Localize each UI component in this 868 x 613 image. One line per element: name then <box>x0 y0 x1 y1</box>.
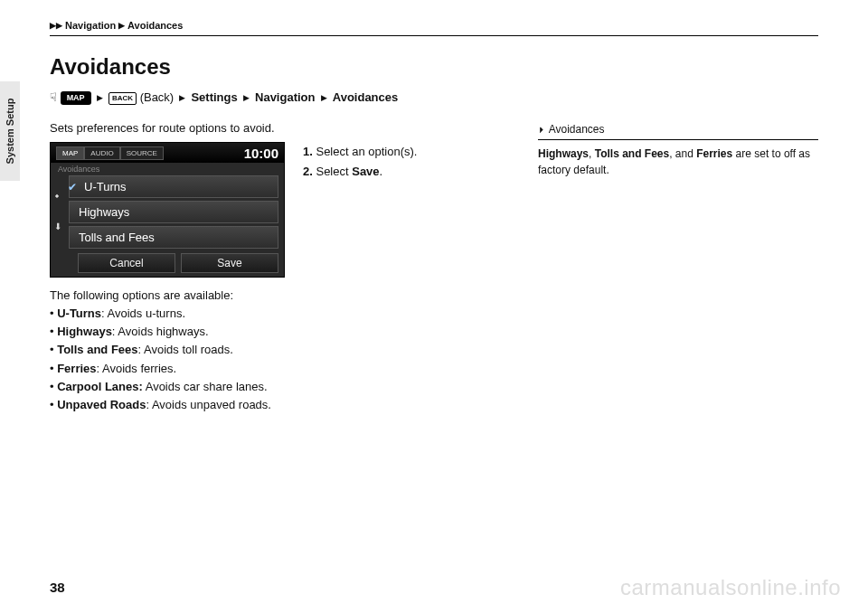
option-name: Carpool Lanes: <box>57 380 143 393</box>
path-avoidances: Avoidances <box>333 90 399 104</box>
path-settings: Settings <box>191 90 237 104</box>
save-button: Save <box>181 253 278 273</box>
side-chapter-label: System Setup <box>5 99 15 165</box>
sidebar-note-heading: ⏵ Avoidances <box>538 121 818 140</box>
cancel-button: Cancel <box>78 253 175 273</box>
option-desc: U-Turns: Avoids u-turns. <box>50 305 502 323</box>
check-icon: ✔ <box>66 181 79 193</box>
option-name: Highways <box>57 325 112 338</box>
step-text-c: . <box>380 165 383 178</box>
note-arrow-icon: ⏵ <box>538 125 546 134</box>
option-name: U-Turns <box>57 306 101 320</box>
step-text-a: Select <box>316 165 352 178</box>
breadcrumb-arrow-icon: ▶▶ <box>50 21 62 30</box>
navigation-path: ☟ MAP ▶ BACK (Back) ▶ Settings ▶ Navigat… <box>50 89 818 107</box>
screen-tab-map: MAP <box>56 146 84 160</box>
option-text: : Avoids ferries. <box>97 362 177 375</box>
side-chapter-tab: System Setup <box>0 81 20 181</box>
option-desc: Ferries: Avoids ferries. <box>50 360 502 378</box>
path-arrow-icon: ▶ <box>318 93 329 102</box>
option-tolls: Tolls and Fees <box>79 231 155 244</box>
scroll-down-icon: ⬇ <box>54 222 61 231</box>
scroll-arrows: ⬥ ⬇ <box>54 190 61 231</box>
list-item: Tolls and Fees <box>69 226 278 249</box>
option-text: : Avoids highways. <box>112 325 209 338</box>
page-content: Avoidances ☟ MAP ▶ BACK (Back) ▶ Setting… <box>50 54 818 414</box>
options-list: The following options are available: U-T… <box>50 287 502 414</box>
intro-text: Sets preferences for route options to av… <box>50 121 502 135</box>
option-name: Ferries <box>57 362 96 375</box>
note-body: Highways, Tolls and Fees, and Ferries ar… <box>538 146 818 178</box>
option-highways: Highways <box>79 205 129 219</box>
breadcrumb: ▶▶ Navigation ▶ Avoidances <box>50 20 818 31</box>
watermark: carmanualsonline.info <box>620 575 841 600</box>
screen-tab-audio: AUDIO <box>84 146 119 160</box>
options-lead: The following options are available: <box>50 287 502 305</box>
screen-tab-source: SOURCE <box>120 146 164 160</box>
option-text: : Avoids toll roads. <box>138 343 233 356</box>
step-number: 2. <box>303 165 313 178</box>
path-arrow-icon: ▶ <box>241 93 251 102</box>
option-uturns: U-Turns <box>84 180 126 193</box>
instruction-steps: 1. Select an option(s). 2. Select Save. <box>303 142 417 182</box>
option-desc: Tolls and Fees: Avoids toll roads. <box>50 341 502 359</box>
breadcrumb-arrow-icon: ▶ <box>118 21 125 30</box>
map-button-icon: MAP <box>61 91 91 105</box>
note-text: , <box>589 147 595 160</box>
step-number: 1. <box>303 145 313 158</box>
option-text: : Avoids u-turns. <box>101 306 185 320</box>
breadcrumb-level-2: Avoidances <box>127 20 183 31</box>
option-desc: Carpool Lanes: Avoids car share lanes. <box>50 378 502 396</box>
page-header: ▶▶ Navigation ▶ Avoidances <box>50 20 818 36</box>
note-bold: Ferries <box>696 147 732 160</box>
path-arrow-icon: ▶ <box>94 93 105 102</box>
step-text: Select an option(s). <box>316 145 417 158</box>
option-text: : Avoids unpaved roads. <box>146 398 271 411</box>
page-title: Avoidances <box>50 54 818 80</box>
note-text: , and <box>669 147 696 160</box>
note-bold: Tolls and Fees <box>595 147 669 160</box>
breadcrumb-level-1: Navigation <box>65 20 116 31</box>
back-button-icon: BACK <box>108 92 137 105</box>
option-text: Avoids car share lanes. <box>143 380 268 393</box>
back-word: (Back) <box>140 90 175 104</box>
step-text-save: Save <box>352 165 379 178</box>
option-desc: Unpaved Roads: Avoids unpaved roads. <box>50 396 502 414</box>
screenshot-mock: MAP AUDIO SOURCE 10:00 Avoidances ⬥ ⬇ ✔ <box>50 142 285 278</box>
screen-subtitle: Avoidances <box>51 163 284 175</box>
sidebar-note: ⏵ Avoidances Highways, Tolls and Fees, a… <box>538 121 818 178</box>
list-item: Highways <box>69 201 278 223</box>
scroll-up-icon: ⬥ <box>54 190 61 200</box>
page-number: 38 <box>50 580 65 595</box>
hand-icon: ☟ <box>50 90 57 104</box>
option-name: Unpaved Roads <box>57 398 146 411</box>
option-desc: Highways: Avoids highways. <box>50 323 502 341</box>
note-bold: Highways <box>538 147 589 160</box>
step-2: 2. Select Save. <box>303 162 417 182</box>
screen-clock: 10:00 <box>244 146 278 161</box>
note-title: Avoidances <box>549 123 605 136</box>
option-name: Tolls and Fees <box>57 343 137 356</box>
path-navigation: Navigation <box>255 90 315 104</box>
list-item: ✔ U-Turns <box>69 175 278 198</box>
step-1: 1. Select an option(s). <box>303 142 417 162</box>
path-arrow-icon: ▶ <box>177 93 188 102</box>
